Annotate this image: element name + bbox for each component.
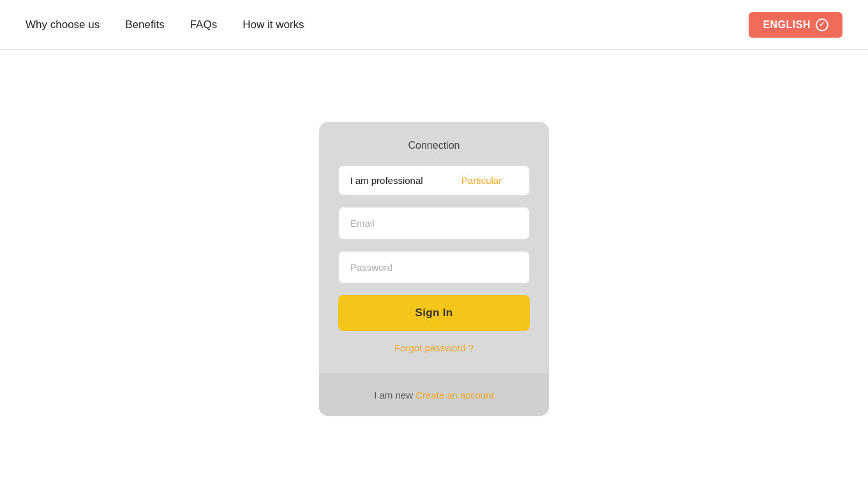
check-icon: ✓	[816, 19, 828, 31]
navbar: Why choose us Benefits FAQs How it works…	[0, 0, 868, 50]
signin-button[interactable]: Sign In	[338, 295, 530, 331]
card-body: Connection I am professional Particular …	[319, 122, 549, 374]
card-title: Connection	[338, 140, 530, 151]
nav-benefits[interactable]: Benefits	[125, 19, 164, 31]
nav-why-choose-us[interactable]: Why choose us	[26, 19, 100, 31]
language-button[interactable]: ENGLISH ✓	[749, 12, 842, 38]
nav-how-it-works[interactable]: How it works	[243, 19, 304, 31]
create-account-link[interactable]: Create an account	[415, 390, 494, 400]
card-footer: I am new Create an account	[319, 374, 549, 416]
nav-links: Why choose us Benefits FAQs How it works	[26, 19, 304, 31]
main-content: Connection I am professional Particular …	[0, 50, 868, 488]
toggle-particular[interactable]: Particular	[434, 166, 529, 195]
lang-label: ENGLISH	[763, 19, 811, 31]
nav-faqs[interactable]: FAQs	[190, 19, 218, 31]
user-type-toggle: I am professional Particular	[338, 165, 530, 195]
email-input[interactable]	[338, 207, 530, 240]
footer-text: I am new	[374, 390, 413, 400]
toggle-professional[interactable]: I am professional	[339, 166, 434, 195]
password-input[interactable]	[338, 251, 530, 284]
login-card: Connection I am professional Particular …	[319, 122, 549, 416]
forgot-password-link[interactable]: Forgot password ?	[338, 342, 530, 353]
